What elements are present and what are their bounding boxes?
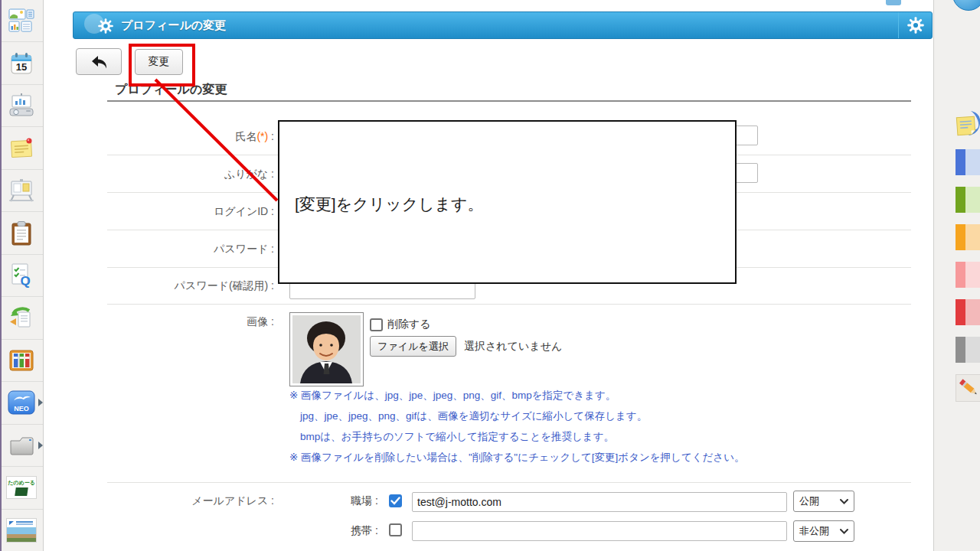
sticky-pink-edge: [956, 262, 965, 288]
email-label: メールアドレス :: [107, 494, 274, 508]
survey-icon: Q: [9, 263, 34, 288]
image-note-3: bmpは、お手持ちのソフトで縮小して指定することを推奨します。: [289, 426, 614, 447]
expand-arrow-icon[interactable]: [38, 399, 43, 406]
tanomail-icon: たのめーる: [6, 476, 37, 499]
sidebar-item-bulletin-board[interactable]: [0, 170, 43, 212]
row-divider: [107, 304, 911, 305]
sidebar-item-portal[interactable]: [0, 0, 43, 42]
expand-arrow-icon[interactable]: [38, 442, 43, 449]
folder-icon: [8, 435, 35, 456]
sticky-color-blue[interactable]: [956, 149, 980, 175]
sticky-color-orange[interactable]: [956, 224, 980, 250]
image-note-1: ※ 画像ファイルは、jpg、jpe、jpeg、png、gif、bmpを指定できま…: [289, 385, 616, 406]
sticky-color-red[interactable]: [956, 299, 980, 325]
calendar-icon: 15: [9, 51, 34, 76]
gear-icon: [98, 18, 113, 37]
sidebar-item-folder[interactable]: [0, 425, 43, 467]
sticky-color-green[interactable]: [956, 187, 980, 213]
sticky-pink-body: [965, 262, 980, 288]
page-title: プロフィールの変更: [121, 12, 226, 38]
header-settings-button[interactable]: [898, 12, 932, 38]
password-label: パスワード :: [107, 243, 274, 256]
sticky-blue-body: [965, 149, 980, 175]
row-divider: [107, 482, 911, 483]
password-confirm-label: パスワード(確認用) :: [107, 279, 274, 293]
projector-icon: [8, 93, 35, 118]
sidebar-item-cabinet[interactable]: [0, 340, 43, 382]
tanomail-label: たのめーる: [8, 479, 35, 487]
chevron-down-icon: [840, 499, 848, 504]
sticky-blue-edge: [956, 149, 965, 175]
image-note-2: jpg、jpe、jpeg、png、gifは、画像を適切なサイズに縮小して保存しま…: [289, 406, 647, 426]
mobile-email-input[interactable]: [412, 521, 787, 541]
image-label: 画像 :: [107, 315, 274, 329]
survey-q-letter: Q: [20, 274, 30, 288]
tutorial-callout: [変更]をクリックします。: [278, 120, 737, 284]
bulletin-board-icon: [8, 179, 35, 202]
pencil-icon: [958, 377, 980, 399]
sidebar-item-ad-banner[interactable]: [0, 510, 43, 551]
work-email-checkbox[interactable]: [389, 494, 402, 507]
required-mark: (*): [256, 130, 268, 142]
sticky-red-edge: [956, 299, 965, 325]
work-email-label: 職場 :: [351, 494, 378, 508]
back-arrow-icon: [90, 54, 108, 70]
top-round-button[interactable]: [952, 0, 980, 11]
login-id-label: ログインID :: [107, 205, 274, 219]
app-sidebar: 15: [0, 0, 44, 551]
memo-note-icon: [954, 110, 980, 138]
mobile-email-checkbox[interactable]: [389, 523, 402, 536]
sticky-green-body: [965, 187, 980, 213]
title-underline: [107, 100, 911, 102]
sticky-tools-panel: [933, 0, 980, 551]
sidebar-item-schedule[interactable]: 15: [0, 42, 43, 84]
no-file-selected-text: 選択されていません: [464, 340, 562, 354]
profile-change-page: 15: [0, 0, 980, 551]
sticky-orange-body: [965, 224, 980, 250]
app-header: プロフィールの変更: [73, 11, 933, 39]
mobile-visibility-value: 非公開: [799, 524, 829, 538]
work-email-input[interactable]: [412, 492, 787, 512]
sticky-gray-body: [965, 337, 980, 363]
mobile-visibility-select[interactable]: 非公開: [793, 520, 854, 542]
delete-image-label: 削除する: [387, 318, 431, 331]
ad-banner-text: [7, 519, 36, 527]
sticky-green-edge: [956, 187, 965, 213]
sticky-orange-edge: [956, 224, 965, 250]
back-button[interactable]: [76, 48, 122, 75]
sticky-gray-edge: [956, 337, 965, 363]
settings-gear-icon: [907, 17, 924, 34]
portal-icon: [8, 8, 35, 33]
sidebar-item-workflow[interactable]: [0, 297, 43, 339]
sticky-color-gray[interactable]: [956, 337, 980, 363]
furigana-label: ふりがな :: [107, 168, 274, 181]
sidebar-item-neo[interactable]: NEO: [0, 382, 43, 424]
work-visibility-value: 公開: [799, 494, 819, 508]
tutorial-callout-text: [変更]をクリックします。: [295, 194, 484, 215]
cabinet-icon: [8, 349, 34, 372]
file-select-button[interactable]: ファイルを選択: [370, 336, 456, 357]
name-label: 氏名(*) :: [107, 130, 274, 144]
sidebar-item-presentation[interactable]: [0, 85, 43, 127]
sidebar-item-survey[interactable]: Q: [0, 255, 43, 297]
memo-note-tool[interactable]: [954, 110, 980, 141]
neo-label: NEO: [14, 405, 29, 412]
check-icon: [390, 497, 400, 505]
ad-banner-icon: [6, 518, 37, 543]
mobile-email-label: 携帯 :: [351, 524, 378, 538]
sidebar-item-document[interactable]: [0, 212, 43, 254]
pencil-tool[interactable]: [956, 374, 980, 402]
clipboard-icon: [10, 221, 33, 246]
workflow-icon: [8, 307, 34, 330]
sidebar-item-memo[interactable]: [0, 127, 43, 169]
delete-image-checkbox[interactable]: [370, 318, 383, 331]
work-visibility-select[interactable]: 公開: [793, 491, 854, 512]
sticky-note-icon: [8, 137, 34, 160]
sidebar-item-tanomail[interactable]: たのめーる: [0, 467, 43, 509]
cropped-toolbar-icon: [886, 0, 901, 5]
neo-icon: NEO: [8, 390, 35, 415]
sticky-red-body: [965, 299, 980, 325]
sticky-color-pink[interactable]: [956, 262, 980, 288]
profile-photo: [289, 312, 364, 386]
profile-photo-image: [292, 315, 361, 383]
